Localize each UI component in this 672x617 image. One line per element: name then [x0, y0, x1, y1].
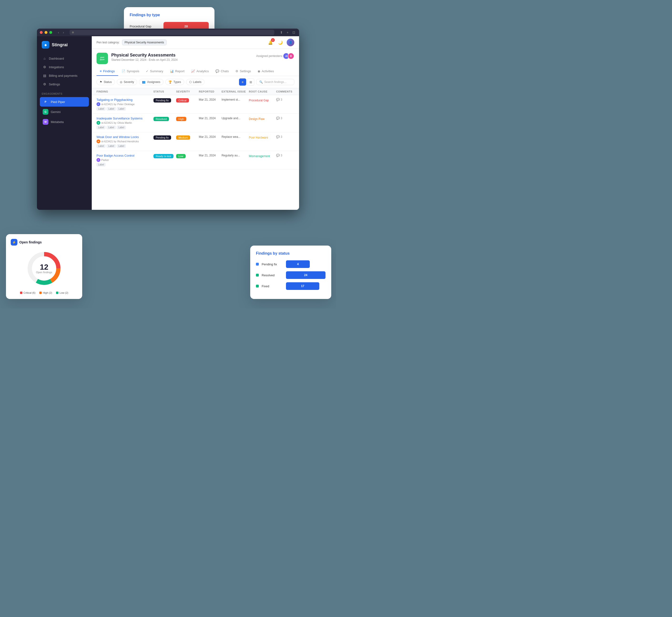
- new-tab-button[interactable]: +: [286, 30, 290, 35]
- table-row: Weak Door and Window Locks R st-623421 b…: [92, 132, 299, 151]
- root-cause-link-3[interactable]: Poor Hardware: [249, 136, 268, 139]
- legend-label-critical: Critical (6): [24, 291, 35, 294]
- findings-toolbar: ⚑ Status ◎ Severity 👥 Assignees 🏆 Types …: [92, 76, 299, 88]
- root-cause-cell-1: Procedural Gap: [249, 98, 276, 102]
- grid-view-button[interactable]: ⊞: [247, 78, 254, 85]
- sidebar-item-integations[interactable]: ⚙ Integations: [40, 63, 89, 71]
- tab-activities[interactable]: ◉ Activities: [254, 67, 277, 76]
- notifications-button[interactable]: 🔔 2: [267, 39, 274, 46]
- browser-titlebar: ‹ › ⬆ + ⊡: [37, 29, 299, 36]
- finding-name-1[interactable]: Tailgating or Piggybacking: [96, 98, 153, 101]
- engagement-avatar-metabeta: M: [43, 119, 48, 125]
- donut-container: 12 Open findings: [11, 249, 77, 287]
- project-info: pied piper Physical Security Assessments…: [96, 53, 294, 64]
- tab-analytics[interactable]: 📈 Analytics: [188, 67, 212, 76]
- col-severity: SEVERITY: [176, 90, 199, 93]
- list-view-button[interactable]: ≡: [239, 78, 246, 85]
- filter-types-button[interactable]: 🏆 Types: [165, 79, 184, 85]
- engagements-section: P Pied Piper G Gemini M Metabeta: [37, 97, 92, 127]
- user-avatar[interactable]: 👤: [287, 39, 294, 46]
- engagement-gemini[interactable]: G Gemini: [40, 107, 89, 117]
- top-bar: Pen test categroy: Physical Security Ass…: [92, 36, 299, 49]
- finding-id-3: st-623421 by: [101, 140, 116, 143]
- tab-chats[interactable]: 💬 Chats: [212, 67, 232, 76]
- theme-toggle-button[interactable]: 🌙: [277, 39, 284, 46]
- url-bar[interactable]: [70, 30, 274, 35]
- assigned-label: Assigned pentesters:: [256, 54, 283, 58]
- filter-assignees-button[interactable]: 👥 Assignees: [139, 79, 163, 85]
- sidebar-item-label-dashboard: Dashboard: [49, 57, 64, 60]
- table-row: Inadequate Surveillance Systems O st-623…: [92, 114, 299, 132]
- sidebar-item-dashboard[interactable]: ⌂ Dashboard: [40, 54, 89, 62]
- tab-synopsis[interactable]: 📄 Synopsis: [118, 67, 143, 76]
- tab-findings[interactable]: ≡ Findings: [96, 67, 118, 76]
- root-cause-cell-2: Design Flaw: [249, 117, 276, 121]
- engagement-pied-piper[interactable]: P Pied Piper: [40, 97, 89, 107]
- filter-status-button[interactable]: ⚑ Status: [96, 79, 115, 85]
- tab-summary[interactable]: ✓ Summary: [142, 67, 166, 76]
- search-box[interactable]: 🔍 Search findings...: [256, 79, 294, 85]
- severity-badge-1: Critical: [176, 98, 189, 102]
- assignee-avatar-2: O: [96, 121, 100, 125]
- label-tag: Label: [117, 107, 126, 111]
- status-label-pending: Pending fix: [262, 262, 283, 266]
- filter-status-label: Status: [104, 80, 112, 84]
- finding-name-3[interactable]: Weak Door and Window Locks: [96, 135, 153, 139]
- assignee-avatar-1: P: [96, 102, 100, 106]
- root-cause-link-4[interactable]: Mismanagement: [249, 155, 270, 158]
- synopsis-tab-icon: 📄: [121, 69, 125, 73]
- nav-section: ⌂ Dashboard ⚙ Integations ▤ Billing and …: [37, 54, 92, 89]
- traffic-light-red[interactable]: [40, 31, 43, 34]
- status-row-resolved: Resolved 24: [256, 271, 326, 279]
- label-tags-3: Label Label Label: [96, 144, 153, 148]
- sidebar-item-billing[interactable]: ▤ Billing and payments: [40, 71, 89, 79]
- fullscreen-button[interactable]: ⊡: [291, 30, 296, 35]
- comment-cell-4: 💬 3: [276, 154, 294, 157]
- project-header: pied piper Physical Security Assessments…: [92, 49, 299, 76]
- finding-name-2[interactable]: Inadequate Surveillance Systems: [96, 117, 153, 120]
- pen-test-label: Pen test categroy:: [96, 41, 120, 44]
- legend-high: High (2): [39, 291, 52, 294]
- analytics-tab-label: Analytics: [196, 69, 209, 73]
- finding-meta-3: R st-623421 by Richard Hendricks: [96, 140, 153, 143]
- root-cause-link-2[interactable]: Design Flaw: [249, 117, 265, 121]
- open-findings-title: Open findings: [19, 240, 42, 244]
- severity-cell-3: Medium: [176, 135, 199, 140]
- status-label-resolved: Resolved: [262, 273, 283, 277]
- forward-button[interactable]: ›: [62, 30, 65, 35]
- share-button[interactable]: ⬆: [279, 30, 284, 35]
- billing-icon: ▤: [43, 74, 46, 77]
- tab-report[interactable]: 📊 Report: [166, 67, 188, 76]
- assignee-name-3: Richard Hendricks: [117, 140, 139, 143]
- project-dates: Started December 12, 2024 · Ends on Apri…: [111, 58, 178, 61]
- label-tags-1: Label Label Label: [96, 107, 153, 111]
- filter-severity-label: Severity: [124, 80, 134, 84]
- open-findings-sublabel: Open findings: [36, 271, 52, 274]
- label-tag: Label: [96, 126, 105, 129]
- report-tab-label: Report: [175, 69, 185, 73]
- finding-cell-4: Poor Badge Access Control P Parker Label: [96, 154, 153, 166]
- sidebar-item-label-billing: Billing and payments: [49, 74, 77, 77]
- pen-test-tag[interactable]: Physical Security Assessments: [122, 40, 166, 45]
- engagement-metabeta[interactable]: M Metabeta: [40, 117, 89, 127]
- back-button[interactable]: ‹: [57, 30, 60, 35]
- status-badge-2: Resolved: [153, 117, 169, 121]
- project-details: Physical Security Assessments Started De…: [111, 53, 178, 61]
- filter-labels-button[interactable]: ⬡ Labels: [186, 79, 205, 85]
- severity-icon: ◎: [120, 80, 122, 84]
- labels-icon: ⬡: [189, 80, 192, 84]
- severity-badge-4: Low: [176, 154, 186, 158]
- summary-tab-icon: ✓: [146, 69, 148, 73]
- sidebar-item-settings[interactable]: ⚙ Settings: [40, 80, 89, 88]
- traffic-light-green[interactable]: [49, 31, 52, 34]
- filter-severity-button[interactable]: ◎ Severity: [117, 79, 137, 85]
- donut-legend: Critical (6) High (2) Low (2): [11, 291, 77, 294]
- traffic-light-yellow[interactable]: [45, 31, 47, 34]
- lightning-icon: ⚡: [11, 239, 17, 245]
- finding-name-4[interactable]: Poor Badge Access Control: [96, 154, 153, 157]
- findings-tab-label: Findings: [103, 69, 115, 73]
- status-badge-4: Ready to test: [153, 154, 174, 158]
- view-toggle: ≡ ⊞: [239, 78, 254, 85]
- tab-settings[interactable]: ⚙ Settings: [232, 67, 254, 76]
- root-cause-link-1[interactable]: Procedural Gap: [249, 99, 269, 102]
